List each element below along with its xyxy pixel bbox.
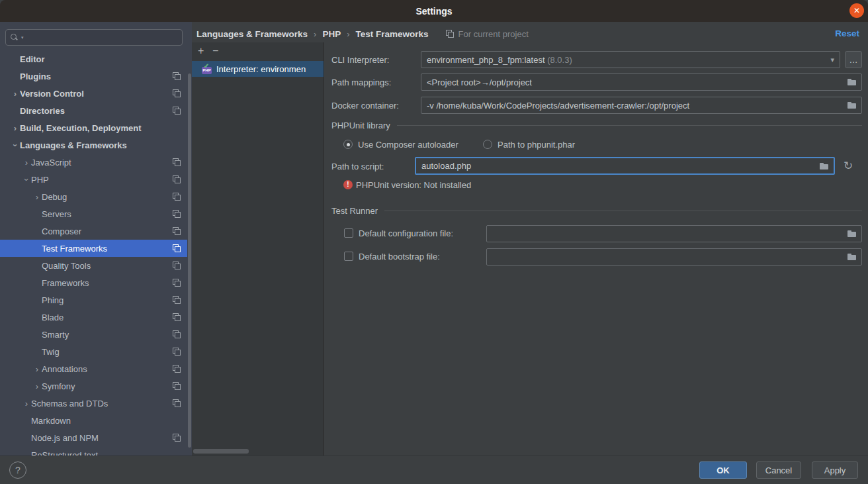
sidebar-item-twig[interactable]: Twig xyxy=(0,343,187,360)
add-interpreter-button[interactable]: + xyxy=(198,46,212,56)
path-mappings-field[interactable]: <Project root>→/opt/project xyxy=(421,73,862,91)
docker-container-field[interactable]: -v /home/kuba/Work/CodeProjects/advertis… xyxy=(421,97,862,114)
chevron-collapsed-icon[interactable]: › xyxy=(22,158,31,168)
scope-label: For current project xyxy=(458,29,529,39)
sidebar-item-quality-tools[interactable]: Quality Tools xyxy=(0,257,187,274)
use-composer-autoloader-label[interactable]: Use Composer autoloader xyxy=(358,140,458,150)
use-composer-autoloader-radio[interactable] xyxy=(343,140,353,149)
cancel-button[interactable]: Cancel xyxy=(756,461,801,479)
chevron-collapsed-icon[interactable]: › xyxy=(22,399,31,409)
sidebar-item-debug[interactable]: ›Debug xyxy=(0,188,187,205)
current-project-icon xyxy=(173,262,181,270)
sidebar-item-node-js-and-npm[interactable]: Node.js and NPM xyxy=(0,429,187,446)
sidebar-item-restructured-text[interactable]: ReStructured text xyxy=(0,446,187,456)
phpunit-version-status: PHPUnit version: Not installed xyxy=(356,180,471,190)
chevron-collapsed-icon[interactable]: › xyxy=(11,89,20,99)
close-icon[interactable]: ✕ xyxy=(849,3,864,18)
chevron-collapsed-icon[interactable]: › xyxy=(11,123,20,133)
default-configuration-file-checkbox[interactable] xyxy=(344,228,353,238)
current-project-icon xyxy=(173,72,181,81)
default-configuration-file-input[interactable] xyxy=(486,225,862,242)
path-to-script-input[interactable]: autoload.php xyxy=(415,157,835,175)
sidebar-item-label: JavaScript xyxy=(31,158,71,168)
sidebar-item-symfony[interactable]: ›Symfony xyxy=(0,377,187,395)
sidebar-item-label: Test Frameworks xyxy=(42,244,107,254)
settings-sidebar: ▾ EditorPlugins›Version ControlDirectori… xyxy=(0,22,187,456)
default-configuration-file-label[interactable]: Default configuration file: xyxy=(359,228,453,238)
phpunit-library-section: PHPUnit library xyxy=(331,121,862,130)
sidebar-item-version-control[interactable]: ›Version Control xyxy=(0,85,187,102)
current-project-icon xyxy=(446,30,455,38)
sidebar-item-label: Composer xyxy=(42,226,81,236)
sidebar-item-editor[interactable]: Editor xyxy=(0,50,187,68)
breadcrumb-languages-frameworks[interactable]: Languages & Frameworks xyxy=(196,29,308,39)
remove-interpreter-button[interactable]: − xyxy=(212,46,227,56)
chevron-collapsed-icon[interactable]: › xyxy=(32,192,42,202)
sidebar-scrollbar-thumb[interactable] xyxy=(188,73,191,448)
sidebar-item-markdown[interactable]: Markdown xyxy=(0,412,187,429)
current-project-icon xyxy=(173,348,181,356)
path-to-phpunit-phar-radio[interactable] xyxy=(483,140,492,149)
sidebar-item-label: Editor xyxy=(20,54,45,64)
chevron-collapsed-icon[interactable]: › xyxy=(32,381,42,391)
breadcrumb-php[interactable]: PHP xyxy=(322,29,341,39)
sidebar-item-label: Annotations xyxy=(42,364,87,374)
settings-tree: EditorPlugins›Version ControlDirectories… xyxy=(0,50,187,456)
sidebar-item-directories[interactable]: Directories xyxy=(0,102,187,119)
cli-interpreter-more-button[interactable]: … xyxy=(845,51,862,68)
reset-link[interactable]: Reset xyxy=(835,28,859,38)
sidebar-item-label: Schemas and DTDs xyxy=(31,399,108,409)
path-to-phpunit-phar-label[interactable]: Path to phpunit.phar xyxy=(498,140,575,150)
path-to-script-value: autoload.php xyxy=(421,161,816,171)
sidebar-item-label: Version Control xyxy=(20,89,84,99)
list-item-interpreter[interactable]: PHP ✓ Interpreter: environmen xyxy=(192,61,324,77)
sidebar-item-phing[interactable]: Phing xyxy=(0,291,187,309)
chevron-down-icon: ▾ xyxy=(830,56,834,64)
chevron-expanded-icon[interactable]: › xyxy=(11,140,21,150)
chevron-collapsed-icon[interactable]: › xyxy=(32,364,42,374)
horizontal-scrollbar-thumb[interactable] xyxy=(193,449,249,454)
sidebar-item-javascript[interactable]: ›JavaScript xyxy=(0,154,187,171)
cli-interpreter-select[interactable]: environment_php_8_fpm:latest (8.0.3) ▾ xyxy=(421,51,840,68)
sidebar-item-label: Node.js and NPM xyxy=(31,433,99,443)
folder-icon[interactable] xyxy=(847,79,856,85)
sidebar-item-php[interactable]: ›PHP xyxy=(0,171,187,188)
sidebar-item-servers[interactable]: Servers xyxy=(0,205,187,222)
sidebar-item-composer[interactable]: Composer xyxy=(0,222,187,240)
sidebar-item-label: Twig xyxy=(42,347,60,357)
folder-icon[interactable] xyxy=(847,102,856,109)
default-bootstrap-file-label[interactable]: Default bootstrap file: xyxy=(359,252,440,262)
sidebar-item-blade[interactable]: Blade xyxy=(0,309,187,326)
sidebar-item-smarty[interactable]: Smarty xyxy=(0,326,187,343)
sidebar-item-test-frameworks[interactable]: Test Frameworks xyxy=(0,240,187,257)
current-project-icon xyxy=(173,210,181,218)
chevron-expanded-icon[interactable]: › xyxy=(22,175,32,184)
cli-interpreter-value: environment_php_8_fpm:latest xyxy=(427,55,545,65)
help-button[interactable]: ? xyxy=(9,461,26,479)
search-icon xyxy=(11,33,21,42)
search-input[interactable]: ▾ xyxy=(5,29,183,46)
apply-button[interactable]: Apply xyxy=(812,461,858,479)
sidebar-item-label: Build, Execution, Deployment xyxy=(20,123,141,133)
test-runner-section: Test Runner xyxy=(331,206,862,216)
default-bootstrap-file-checkbox[interactable] xyxy=(344,252,353,261)
refresh-icon[interactable]: ↻ xyxy=(844,160,853,171)
current-project-icon xyxy=(173,158,181,167)
sidebar-item-annotations[interactable]: ›Annotations xyxy=(0,360,187,377)
sidebar-item-frameworks[interactable]: Frameworks xyxy=(0,274,187,291)
sidebar-item-languages-frameworks[interactable]: ›Languages & Frameworks xyxy=(0,136,187,154)
sidebar-scrollbar[interactable] xyxy=(187,22,192,456)
default-bootstrap-file-input[interactable] xyxy=(486,248,862,266)
folder-icon[interactable] xyxy=(820,163,828,169)
folder-icon[interactable] xyxy=(847,230,856,237)
sidebar-item-build-execution-deployment[interactable]: ›Build, Execution, Deployment xyxy=(0,119,187,136)
folder-icon[interactable] xyxy=(847,254,856,260)
sidebar-item-schemas-and-dtds[interactable]: ›Schemas and DTDs xyxy=(0,395,187,412)
sidebar-item-label: Quality Tools xyxy=(42,261,91,271)
ok-button[interactable]: OK xyxy=(699,461,747,479)
sidebar-item-label: PHP xyxy=(31,175,49,185)
sidebar-item-plugins[interactable]: Plugins xyxy=(0,68,187,85)
sidebar-item-label: ReStructured text xyxy=(31,450,98,456)
breadcrumb-test-frameworks[interactable]: Test Frameworks xyxy=(356,29,429,39)
path-mappings-value: <Project root>→/opt/project xyxy=(427,77,844,87)
